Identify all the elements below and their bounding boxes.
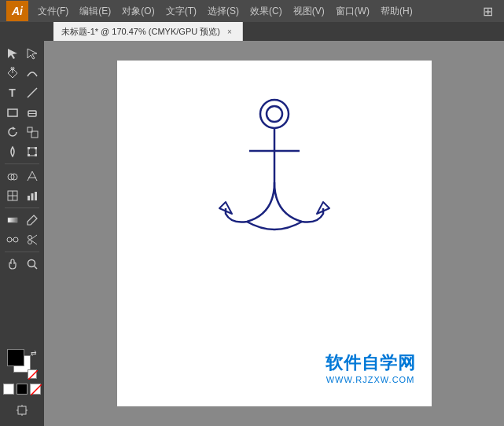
menu-window[interactable]: 窗口(W) (331, 3, 374, 20)
svg-rect-25 (35, 192, 37, 200)
svg-rect-14 (35, 154, 37, 156)
blend-tools-row (3, 230, 42, 249)
menu-bar: 文件(F) 编辑(E) 对象(O) 文字(T) 选择(S) 效果(C) 视图(V… (33, 3, 418, 20)
tab-bar: 未标题-1* @ 170.47% (CMYK/GPU 预览) × (0, 22, 504, 41)
svg-line-17 (28, 171, 32, 181)
svg-line-18 (32, 171, 37, 181)
svg-line-35 (34, 266, 37, 270)
hand-tools-row (3, 255, 42, 274)
title-bar: Ai 文件(F) 编辑(E) 对象(O) 文字(T) 选择(S) 效果(C) 视… (0, 0, 504, 22)
menu-edit[interactable]: 编辑(E) (75, 3, 116, 20)
color-swatches: ⇄ (7, 349, 37, 379)
svg-point-31 (28, 241, 31, 244)
menu-view[interactable]: 视图(V) (289, 3, 329, 20)
svg-line-37 (31, 384, 42, 395)
type-tool-button[interactable]: T (3, 83, 22, 102)
watermark: 软件自学网 WWW.RJZXW.COM (326, 351, 416, 384)
svg-rect-4 (8, 109, 17, 116)
eraser-tool-button[interactable] (23, 103, 42, 122)
svg-rect-23 (28, 196, 30, 200)
svg-point-43 (260, 100, 289, 128)
type-tools-row: T (3, 83, 42, 102)
svg-point-34 (28, 260, 35, 267)
title-bar-right: ⊞ (478, 2, 498, 20)
menu-file[interactable]: 文件(F) (33, 3, 73, 20)
tab-close-button[interactable]: × (225, 27, 234, 37)
svg-line-36 (28, 370, 38, 380)
shape-tools-row (3, 103, 42, 122)
svg-point-27 (7, 237, 12, 242)
warp-tool-button[interactable] (3, 142, 22, 161)
svg-rect-11 (28, 147, 30, 149)
warp-tools-row (3, 142, 42, 161)
menu-effect[interactable]: 效果(C) (245, 3, 287, 20)
hand-tool-button[interactable] (3, 255, 22, 274)
pen-tools-row (3, 64, 42, 83)
artboard: 软件自学网 WWW.RJZXW.COM (117, 61, 432, 406)
line-tool-button[interactable] (23, 83, 42, 102)
curvature-tool-button[interactable] (23, 64, 42, 83)
shape-builder-row (3, 167, 42, 185)
menu-text[interactable]: 文字(T) (161, 3, 201, 20)
tab-label: 未标题-1* @ 170.47% (CMYK/GPU 预览) (61, 26, 220, 38)
shape-builder-button[interactable] (3, 167, 22, 185)
svg-rect-12 (35, 147, 37, 149)
svg-point-44 (267, 106, 282, 122)
svg-rect-26 (8, 218, 17, 222)
eyedropper-tool-button[interactable] (23, 211, 42, 230)
reset-colors-button[interactable] (28, 369, 37, 379)
svg-point-30 (28, 236, 31, 240)
rotate-tools-row (3, 123, 42, 141)
pen-tool-button[interactable] (3, 64, 22, 83)
menu-select[interactable]: 选择(S) (203, 3, 244, 20)
mesh-tools-row (3, 186, 42, 205)
svg-rect-38 (18, 406, 26, 414)
perspective-grid-button[interactable] (23, 167, 42, 185)
svg-marker-0 (8, 49, 17, 59)
gradient-tool-button[interactable] (3, 211, 22, 230)
zoom-tool-button[interactable] (23, 255, 42, 274)
selection-tools-row (3, 44, 42, 63)
toolbar-separator-3 (5, 252, 39, 252)
toolbar: T (0, 41, 44, 426)
watermark-url: WWW.RJZXW.COM (326, 375, 416, 384)
menu-help[interactable]: 帮助(H) (376, 3, 418, 20)
svg-point-28 (13, 237, 18, 242)
chart-tool-button[interactable] (23, 186, 42, 205)
svg-line-33 (31, 241, 37, 244)
menu-object[interactable]: 对象(O) (117, 3, 159, 20)
none-swatch[interactable] (30, 384, 41, 395)
svg-rect-13 (28, 154, 30, 156)
rectangle-tool-button[interactable] (3, 103, 22, 122)
foreground-color-swatch[interactable] (7, 349, 24, 366)
app-logo: Ai (6, 1, 28, 21)
direct-selection-tool-button[interactable] (23, 44, 42, 63)
svg-marker-1 (28, 49, 37, 59)
free-transform-button[interactable] (23, 142, 42, 161)
black-swatch[interactable] (17, 384, 28, 395)
canvas-area: 软件自学网 WWW.RJZXW.COM (44, 41, 504, 426)
rotate-tool-button[interactable] (3, 123, 22, 141)
svg-marker-7 (13, 127, 16, 130)
main-area: T (0, 41, 504, 426)
svg-rect-24 (31, 193, 33, 200)
workspace-switcher-icon[interactable]: ⊞ (478, 2, 498, 20)
toolbar-separator-1 (5, 163, 39, 164)
scissors-tool-button[interactable] (23, 230, 42, 249)
artboard-button[interactable] (13, 401, 31, 420)
document-tab[interactable]: 未标题-1* @ 170.47% (CMYK/GPU 预览) × (53, 22, 243, 41)
svg-line-32 (31, 235, 37, 239)
mesh-tool-button[interactable] (3, 186, 22, 205)
color-area: ⇄ (3, 349, 41, 423)
anchor-artwork (196, 92, 353, 265)
svg-line-3 (28, 88, 37, 97)
white-swatch[interactable] (3, 384, 14, 395)
extra-swatches-row (3, 384, 41, 395)
watermark-text: 软件自学网 (326, 351, 416, 375)
swap-colors-button[interactable]: ⇄ (31, 349, 37, 357)
toolbar-separator-2 (5, 207, 39, 208)
selection-tool-button[interactable] (3, 44, 22, 63)
blend-tool-button[interactable] (3, 230, 22, 249)
scale-tool-button[interactable] (23, 123, 42, 141)
artboard-nav (13, 401, 31, 420)
